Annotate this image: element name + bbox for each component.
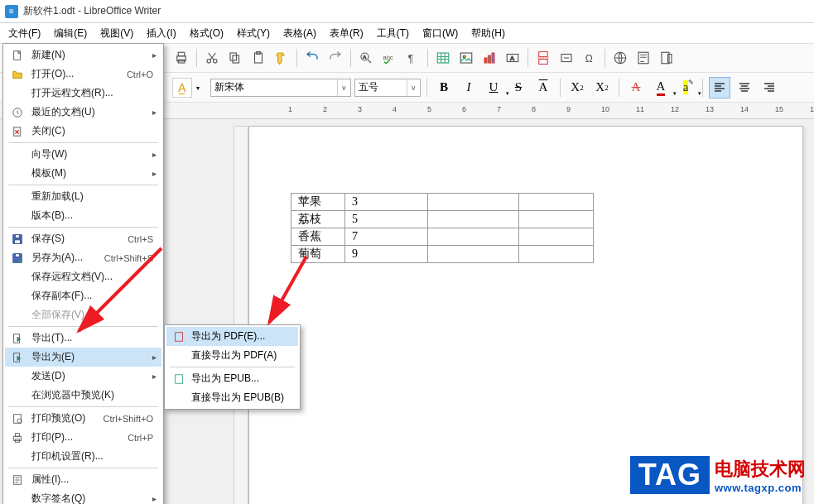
- menu-help[interactable]: 帮助(H): [465, 25, 512, 42]
- data-table[interactable]: 苹果3荔枝5香蕉7葡萄9: [291, 193, 594, 263]
- insert-chart-button[interactable]: [479, 47, 500, 69]
- menu-export[interactable]: 导出(T)...: [5, 329, 161, 348]
- submenu-export-epub[interactable]: 导出为 EPUB...: [166, 369, 298, 388]
- menu-file[interactable]: 文件(F): [2, 25, 47, 42]
- paragraph-style-button[interactable]: A̲▾: [172, 78, 192, 98]
- svg-rect-16: [484, 58, 487, 63]
- highlight-button[interactable]: a✎▾: [675, 77, 696, 98]
- pdf-icon: [171, 331, 186, 343]
- export-as-icon: [10, 352, 25, 363]
- insert-textbox-button[interactable]: A: [502, 47, 523, 69]
- watermark-tag: TAG: [630, 456, 710, 494]
- menu-saveas[interactable]: 另存为(A)...Ctrl+Shift+S: [5, 248, 161, 267]
- menu-tools[interactable]: 工具(T): [370, 25, 416, 42]
- saveas-icon: [10, 252, 25, 264]
- menu-version[interactable]: 版本(B)...: [5, 206, 161, 225]
- subscript-button[interactable]: X2: [591, 77, 613, 98]
- formatting-marks-button[interactable]: ¶: [402, 47, 423, 69]
- menu-save[interactable]: 保存(S)Ctrl+S: [5, 229, 161, 248]
- menu-open-remote[interactable]: 打开远程文档(R)...: [5, 84, 161, 103]
- submenu-direct-pdf[interactable]: 直接导出为 PDF(A): [166, 346, 298, 365]
- font-size-combo[interactable]: 五号∨: [354, 79, 421, 97]
- menu-new[interactable]: 新建(N)▸: [5, 46, 161, 65]
- find-button[interactable]: A: [355, 47, 377, 69]
- submenu-direct-epub[interactable]: 直接导出为 EPUB(B): [166, 388, 298, 407]
- cut-button[interactable]: [201, 47, 223, 69]
- menu-send[interactable]: 发送(D)▸: [5, 367, 161, 386]
- vertical-ruler[interactable]: [234, 126, 248, 504]
- strikethrough-button[interactable]: S: [508, 77, 529, 98]
- svg-rect-33: [15, 234, 19, 238]
- redo-button[interactable]: [325, 47, 346, 69]
- epub-icon: [171, 373, 186, 385]
- menu-form[interactable]: 表单(R): [323, 25, 370, 42]
- clear-format-button[interactable]: A: [625, 77, 647, 98]
- menu-close[interactable]: 关闭(C): [5, 122, 161, 141]
- menu-preview-browser[interactable]: 在浏览器中预览(K): [5, 386, 161, 405]
- menu-insert[interactable]: 插入(I): [140, 25, 182, 42]
- special-char-button[interactable]: Ω: [579, 47, 600, 69]
- menu-template[interactable]: 模板(M)▸: [5, 164, 161, 183]
- overline-button[interactable]: A: [532, 77, 554, 98]
- superscript-button[interactable]: X2: [566, 77, 588, 98]
- font-name-combo[interactable]: 新宋体∨: [210, 79, 351, 97]
- menu-print[interactable]: 打印(P)...Ctrl+P: [5, 428, 161, 447]
- copy-button[interactable]: [224, 47, 246, 69]
- clone-format-button[interactable]: [271, 47, 292, 69]
- menu-view[interactable]: 视图(V): [94, 25, 140, 42]
- export-as-submenu: 导出为 PDF(E)... 直接导出为 PDF(A) 导出为 EPUB... 直…: [164, 324, 301, 410]
- svg-rect-21: [539, 52, 548, 57]
- menu-digital-signature[interactable]: 数字签名(Q)▸: [5, 489, 161, 504]
- menu-printer-settings[interactable]: 打印机设置(R)...: [5, 447, 161, 466]
- page-break-button[interactable]: [532, 47, 554, 69]
- menu-window[interactable]: 窗口(W): [416, 25, 465, 42]
- svg-rect-5: [233, 55, 239, 63]
- folder-open-icon: [10, 69, 25, 80]
- align-left-button[interactable]: [709, 77, 730, 98]
- hyperlink-button[interactable]: [609, 47, 631, 69]
- bookmark-button[interactable]: [656, 47, 677, 69]
- font-color-button[interactable]: A▾: [650, 77, 672, 98]
- menu-export-as[interactable]: 导出为(E)▸: [5, 348, 161, 367]
- watermark-cn: 电脑技术网: [715, 457, 806, 482]
- undo-button[interactable]: [301, 47, 323, 69]
- menu-properties[interactable]: 属性(I)...: [5, 470, 161, 489]
- table-row[interactable]: 荔枝5: [291, 211, 594, 228]
- insert-table-button[interactable]: [432, 47, 454, 69]
- print-button[interactable]: [171, 47, 192, 69]
- menu-recent[interactable]: 最近的文档(U)▸: [5, 103, 161, 122]
- svg-rect-36: [15, 253, 19, 257]
- footnote-button[interactable]: [633, 47, 654, 69]
- table-row[interactable]: 葡萄9: [291, 246, 594, 263]
- svg-rect-14: [460, 53, 472, 63]
- document-page[interactable]: 苹果3荔枝5香蕉7葡萄9: [248, 126, 803, 504]
- menu-save-remote[interactable]: 保存远程文档(V)...: [5, 267, 161, 286]
- menu-open[interactable]: 打开(O)...Ctrl+O: [5, 65, 161, 84]
- table-row[interactable]: 香蕉7: [291, 228, 594, 246]
- svg-rect-6: [230, 53, 237, 60]
- underline-button[interactable]: U▾: [483, 77, 504, 98]
- align-center-button[interactable]: [734, 77, 755, 98]
- submenu-export-pdf[interactable]: 导出为 PDF(E)...: [166, 327, 298, 346]
- menu-edit[interactable]: 编辑(E): [47, 25, 94, 42]
- spellcheck-button[interactable]: abc: [378, 47, 400, 69]
- menu-save-copy[interactable]: 保存副本(F)...: [5, 286, 161, 305]
- svg-rect-42: [15, 433, 19, 436]
- font-size-value: 五号: [359, 80, 378, 94]
- bold-button[interactable]: B: [433, 77, 455, 98]
- svg-rect-46: [176, 332, 183, 341]
- menu-print-preview[interactable]: 打印预览(O)Ctrl+Shift+O: [5, 409, 161, 428]
- svg-rect-22: [539, 60, 548, 65]
- menu-wizard[interactable]: 向导(W)▸: [5, 145, 161, 164]
- paste-button[interactable]: [248, 47, 269, 69]
- menu-table[interactable]: 表格(A): [277, 25, 323, 42]
- menu-format[interactable]: 格式(O): [183, 25, 230, 42]
- watermark: TAG 电脑技术网 www.tagxp.com: [630, 456, 806, 494]
- align-right-button[interactable]: [759, 77, 780, 98]
- insert-image-button[interactable]: [455, 47, 477, 69]
- menu-styles[interactable]: 样式(Y): [230, 25, 277, 42]
- table-row[interactable]: 苹果3: [291, 194, 594, 211]
- insert-field-button[interactable]: [556, 47, 577, 69]
- italic-button[interactable]: I: [458, 77, 479, 98]
- menu-reload[interactable]: 重新加载(L): [5, 187, 161, 206]
